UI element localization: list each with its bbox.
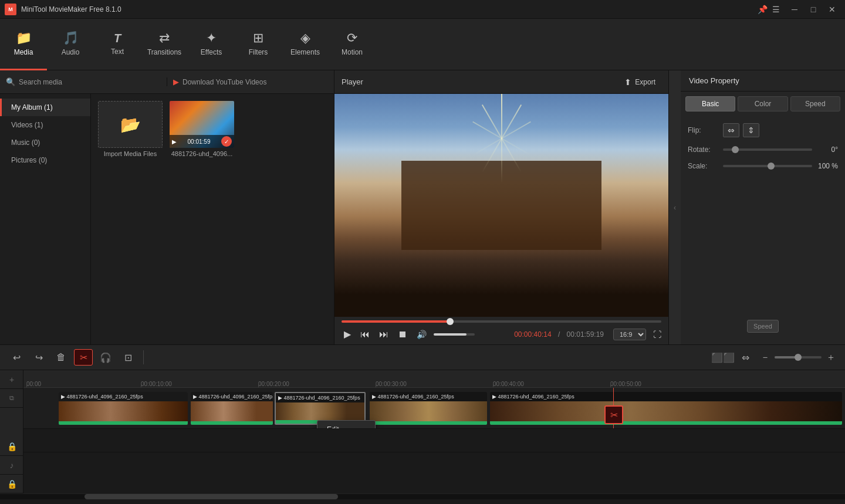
maximize-button[interactable]: □ [805,4,822,15]
search-bar[interactable]: 🔍 Search media [0,77,167,86]
text-label: Text [111,48,124,56]
flip-vertical-button[interactable]: ⇕ [743,123,759,137]
clip-4-filmstrip [370,401,487,421]
headphones-button[interactable]: 🎧 [96,349,115,366]
toolbar-item-elements[interactable]: ◈ Elements [282,19,329,70]
player-title: Player [342,77,618,86]
player-controls: ▶ ⏮ ⏭ ⏹ 🔊 00:00:40:14 / 00:01:59:19 16:9… [334,317,668,344]
clip-5-filmstrip [490,401,842,421]
toolbar-item-transitions[interactable]: ⇄ Transitions [141,19,188,70]
clip-1-greenbar [59,421,188,425]
property-tabs: Basic Color Speed [681,92,845,116]
rotate-slider[interactable] [723,148,812,151]
audio-label: Audio [62,48,80,56]
player-panel: Player ⬆ Export [334,70,669,344]
ruler-line-40 [493,383,494,387]
menu-button[interactable]: ☰ [768,4,784,15]
current-time: 00:00:40:14 [514,330,551,339]
video-clip-5[interactable]: ▶ 4881726-uhd_4096_2160_25fps [490,392,842,425]
export-button[interactable]: ⬆ Export [618,75,661,89]
play-button[interactable]: ▶ [342,327,353,341]
tab-basic[interactable]: Basic [685,96,735,111]
tab-color[interactable]: Color [738,96,787,111]
undo-button[interactable]: ↩ [7,349,26,366]
scale-slider[interactable] [723,165,812,167]
snapshot-button[interactable]: ⬛⬛ [714,349,732,366]
search-label: Search media [19,78,62,86]
zoom-in-button[interactable]: ＋ [824,350,838,364]
speed-button[interactable]: Speed [747,320,779,333]
ruler-tick-0: 00:00 [26,381,41,387]
sidebar-item-pictures[interactable]: Pictures (0) [0,151,90,169]
scale-label: Scale: [688,162,723,170]
tab-speed[interactable]: Speed [790,96,840,111]
delete-button[interactable]: 🗑 [52,349,70,366]
speed-overlay: Speed [681,308,845,344]
clip-1-filmstrip [59,401,188,421]
scissors-button[interactable]: ✂ [74,349,93,366]
audio-track-icon[interactable]: ♪ [0,456,23,475]
video-track-content: ▶ 4881726-uhd_4096_2160_25fps ▶ 4881726-… [23,388,845,428]
zoom-slider[interactable] [775,356,822,358]
toolbar-item-effects[interactable]: ✦ Effects [188,19,235,70]
stop-button[interactable]: ⏹ [396,328,410,341]
skip-back-button[interactable]: ⏮ [358,328,372,341]
scale-thumb [768,163,775,170]
video-media-item[interactable]: ▶ 00:01:59 ✓ 4881726-uhd_4096... [170,101,234,157]
video-clip-1[interactable]: ▶ 4881726-uhd_4096_2160_25fps [59,392,188,425]
redo-button[interactable]: ↪ [29,349,48,366]
copy-track-button[interactable]: ⧉ [0,389,23,408]
split-audio-button[interactable]: ⇔ [736,349,755,366]
import-media-item[interactable]: 📂 Import Media Files [98,101,163,157]
video-property-header: Video Property [681,70,845,92]
clip-5-header: ▶ 4881726-uhd_4096_2160_25fps [490,392,842,401]
video-icon: ▶ [172,138,177,145]
collapse-arrow[interactable]: ‹ [669,70,681,344]
crop-button[interactable]: ⊡ [119,349,137,366]
track-spacer [0,408,23,437]
volume-button[interactable]: 🔊 [414,329,429,340]
rotate-controls: 0° [723,146,838,154]
import-thumb: 📂 [98,101,163,148]
player-header: Player ⬆ Export [334,70,668,94]
flip-horizontal-button[interactable]: ⇔ [723,123,739,137]
toolbar-item-media[interactable]: 📁 Media [0,19,47,70]
sidebar-item-myalbum[interactable]: My Album (1) [0,99,90,116]
video-lock-button[interactable]: 🔒 [0,437,23,456]
progress-bar[interactable] [342,320,661,323]
clip-3-header: ▶ 4881726-uhd_4096_2160_25fps [276,393,364,402]
volume-slider[interactable] [434,333,475,336]
add-track-button[interactable]: + [0,370,23,389]
pin-icon[interactable]: 📌 [758,5,768,14]
elements-icon: ◈ [300,31,310,46]
skip-forward-button[interactable]: ⏭ [377,328,391,341]
ruler-line-0 [26,383,27,387]
zoom-controls: － ＋ [758,350,838,364]
video-clip-4[interactable]: ▶ 4881726-uhd_4096_2160_25fps [370,392,487,425]
motion-label: Motion [342,48,363,56]
horizontal-scrollbar[interactable] [0,493,845,499]
toolbar-item-audio[interactable]: 🎵 Audio [47,19,94,70]
controls-row: ▶ ⏮ ⏭ ⏹ 🔊 00:00:40:14 / 00:01:59:19 16:9… [342,327,661,341]
fullscreen-button[interactable]: ⛶ [653,330,661,339]
close-button[interactable]: ✕ [824,4,840,15]
toolbar-item-text[interactable]: T Text [94,19,141,70]
video-clip-2[interactable]: ▶ 4881726-uhd_4096_2160_25fps [191,392,273,425]
audio-lock-button[interactable]: 🔒 [0,475,23,493]
minimize-button[interactable]: ─ [786,4,803,15]
flip-buttons: ⇔ ⇕ [723,123,759,137]
zoom-out-button[interactable]: － [758,350,772,364]
scrollbar-thumb [84,494,338,499]
sidebar-item-videos[interactable]: Videos (1) [0,116,90,134]
clip-5-greenbar [490,421,842,425]
youtube-download[interactable]: ▶ Download YouTube Videos [167,77,334,86]
youtube-icon: ▶ [173,77,179,86]
toolbar-item-filters[interactable]: ⊞ Filters [235,19,282,70]
scale-controls: 100 % [723,162,838,170]
sidebar-item-music[interactable]: Music (0) [0,134,90,151]
clip-2-filmstrip [191,401,273,421]
ruler-line-50 [610,383,611,387]
toolbar-item-motion[interactable]: ⟳ Motion [329,19,376,70]
context-menu-edit[interactable]: Edit [317,421,375,428]
aspect-ratio-select[interactable]: 16:9 4:3 1:1 [613,329,646,340]
